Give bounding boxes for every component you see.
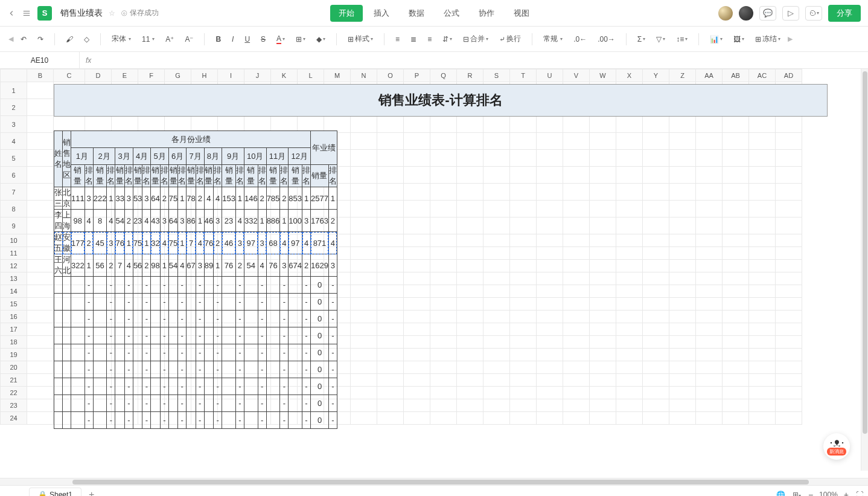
cell[interactable] bbox=[457, 133, 483, 150]
cell-sales[interactable]: 111 bbox=[71, 187, 85, 210]
cell[interactable] bbox=[510, 116, 537, 133]
table-row[interactable]: ------------0- bbox=[54, 277, 337, 294]
cell-rank[interactable]: - bbox=[235, 361, 244, 378]
image-icon[interactable]: 🖼▾ bbox=[730, 33, 748, 46]
cell[interactable] bbox=[616, 260, 643, 272]
cell-sales[interactable]: 97 bbox=[244, 232, 258, 254]
cell-rank[interactable]: 4 bbox=[214, 187, 222, 210]
cell[interactable] bbox=[430, 247, 457, 260]
cell-rank[interactable]: - bbox=[258, 395, 266, 412]
cell-year-rank[interactable]: - bbox=[328, 395, 337, 412]
cell-year-sales[interactable]: 0 bbox=[311, 311, 329, 327]
cell[interactable] bbox=[537, 361, 563, 374]
cell[interactable] bbox=[430, 349, 457, 361]
cell[interactable] bbox=[563, 116, 590, 133]
cell-sales[interactable] bbox=[133, 412, 142, 429]
cell-name[interactable] bbox=[54, 395, 63, 412]
cell[interactable] bbox=[483, 133, 510, 150]
increase-font-icon[interactable]: A⁺ bbox=[162, 33, 177, 46]
cell-sales[interactable]: 43 bbox=[151, 210, 160, 232]
cell-sales[interactable]: 146 bbox=[244, 187, 258, 210]
cell-rank[interactable]: - bbox=[160, 327, 168, 344]
cell[interactable] bbox=[537, 260, 563, 272]
cell-sales[interactable] bbox=[289, 361, 302, 378]
cell[interactable] bbox=[563, 201, 590, 217]
cell-sales[interactable] bbox=[115, 395, 124, 412]
cell-rank[interactable]: - bbox=[214, 412, 222, 429]
translate-icon[interactable]: 🌐 bbox=[776, 491, 785, 497]
cell[interactable] bbox=[27, 116, 54, 133]
column-header[interactable]: K bbox=[271, 69, 298, 82]
cell-rank[interactable]: 2 bbox=[302, 254, 311, 277]
cell[interactable] bbox=[27, 184, 54, 201]
cell-sales[interactable]: 45 bbox=[93, 232, 107, 254]
cell-rank[interactable]: - bbox=[124, 294, 133, 311]
cell[interactable] bbox=[563, 361, 590, 374]
cell[interactable] bbox=[669, 133, 696, 150]
cell[interactable] bbox=[776, 133, 802, 150]
cell-rank[interactable]: - bbox=[196, 327, 204, 344]
cell[interactable] bbox=[563, 285, 590, 298]
cell[interactable] bbox=[643, 323, 669, 336]
cell[interactable] bbox=[351, 412, 377, 425]
cell-sales[interactable] bbox=[289, 344, 302, 361]
cell[interactable] bbox=[27, 323, 54, 336]
cell[interactable] bbox=[590, 412, 616, 425]
cell[interactable] bbox=[616, 412, 643, 425]
cell-name[interactable] bbox=[54, 311, 63, 327]
cell-rank[interactable]: - bbox=[235, 327, 244, 344]
cell-rank[interactable]: - bbox=[85, 311, 93, 327]
cell[interactable] bbox=[723, 234, 749, 247]
cell[interactable] bbox=[776, 349, 802, 361]
number-format-select[interactable]: 常规▾ bbox=[540, 33, 566, 45]
cell-rank[interactable]: 2 bbox=[160, 187, 168, 210]
cell-sales[interactable] bbox=[151, 294, 160, 311]
cell-rank[interactable]: 3 bbox=[124, 187, 133, 210]
cell[interactable] bbox=[537, 399, 563, 412]
cell[interactable] bbox=[696, 150, 723, 167]
cell[interactable] bbox=[377, 234, 404, 247]
cell-name[interactable]: 李四 bbox=[54, 210, 63, 232]
cell[interactable] bbox=[590, 184, 616, 201]
cell-rank[interactable]: 3 bbox=[85, 187, 93, 210]
cell[interactable] bbox=[669, 167, 696, 184]
cell-sales[interactable]: 98 bbox=[71, 210, 85, 232]
cell-sales[interactable] bbox=[244, 311, 258, 327]
cell[interactable] bbox=[457, 285, 483, 298]
table-row[interactable]: 赵五安徽177245376175132475174762463973684974… bbox=[54, 232, 337, 254]
cell-sales[interactable] bbox=[204, 378, 213, 395]
cell-sales[interactable] bbox=[244, 327, 258, 344]
cell-sales[interactable] bbox=[115, 378, 124, 395]
cell-year-rank[interactable]: - bbox=[328, 361, 337, 378]
cell[interactable] bbox=[643, 399, 669, 412]
table-row[interactable]: 王六河北322156274562981544673891762544763674… bbox=[54, 254, 337, 277]
cell-rank[interactable]: 4 bbox=[235, 210, 244, 232]
cell[interactable] bbox=[404, 399, 430, 412]
column-header[interactable]: I bbox=[218, 69, 244, 82]
cell[interactable] bbox=[483, 217, 510, 234]
cell[interactable] bbox=[669, 150, 696, 167]
cell-rank[interactable]: 2 bbox=[258, 187, 266, 210]
cell[interactable] bbox=[563, 272, 590, 285]
cell-rank[interactable]: 3 bbox=[178, 210, 187, 232]
cell[interactable] bbox=[483, 361, 510, 374]
cell[interactable] bbox=[776, 336, 802, 349]
cell[interactable] bbox=[430, 285, 457, 298]
column-header[interactable]: Q bbox=[430, 69, 457, 82]
cell[interactable] bbox=[616, 272, 643, 285]
cell-sales[interactable] bbox=[289, 412, 302, 429]
table-row[interactable]: ------------0- bbox=[54, 395, 337, 412]
cell-sales[interactable]: 886 bbox=[266, 210, 280, 232]
cell-sales[interactable] bbox=[187, 277, 196, 294]
cell-rank[interactable]: - bbox=[160, 412, 168, 429]
back-icon[interactable] bbox=[7, 9, 16, 18]
cell-rank[interactable]: - bbox=[178, 344, 187, 361]
cell-rank[interactable]: - bbox=[142, 311, 151, 327]
cell[interactable] bbox=[377, 167, 404, 184]
cell-rank[interactable]: - bbox=[85, 361, 93, 378]
cell[interactable] bbox=[616, 234, 643, 247]
cell-sales[interactable] bbox=[115, 294, 124, 311]
share-button[interactable]: 分享 bbox=[828, 5, 861, 22]
cell[interactable] bbox=[776, 311, 802, 323]
cell-sales[interactable]: 32 bbox=[151, 232, 160, 254]
